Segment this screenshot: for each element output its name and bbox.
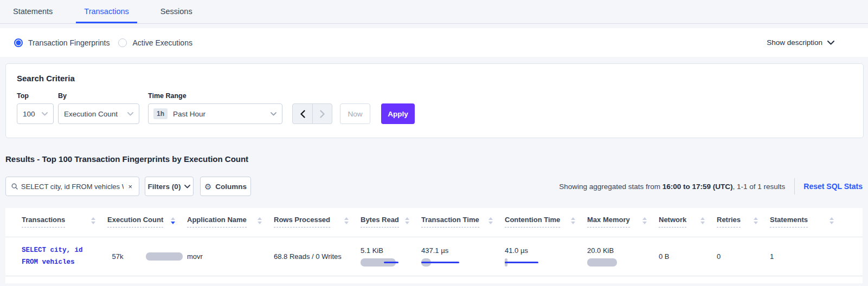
- sort-carets-icon[interactable]: [258, 217, 262, 224]
- transactions-table: Transactions Execution Count Application…: [5, 208, 863, 283]
- show-description-toggle[interactable]: Show description: [767, 38, 834, 47]
- search-criteria-title: Search Criteria: [17, 74, 852, 83]
- radio-transaction-fingerprints[interactable]: Transaction Fingerprints: [14, 38, 110, 47]
- clear-search-icon[interactable]: ×: [127, 183, 133, 191]
- now-button[interactable]: Now: [340, 103, 370, 124]
- column-header-max-memory[interactable]: Max Memory: [587, 216, 659, 227]
- radio-active-executions[interactable]: Active Executions: [118, 38, 192, 47]
- sort-carets-icon[interactable]: [642, 217, 647, 224]
- chevron-down-icon: [127, 112, 133, 116]
- gear-icon: ⚙: [204, 183, 211, 191]
- table-header-row: Transactions Execution Count Application…: [5, 208, 863, 237]
- page-tabs: Statements Transactions Sessions: [0, 0, 868, 24]
- cell-statements: 1: [770, 252, 846, 261]
- by-label: By: [58, 92, 148, 100]
- column-header-transaction-time[interactable]: Transaction Time: [421, 216, 505, 227]
- by-select[interactable]: Execution Count: [58, 103, 139, 124]
- chevron-down-icon: [42, 112, 48, 116]
- top-select[interactable]: 100: [17, 103, 54, 124]
- filters-button[interactable]: Filters (0): [145, 177, 194, 196]
- cell-rows-processed: 68.8 Reads / 0 Writes: [274, 252, 361, 261]
- columns-label: Columns: [215, 183, 247, 191]
- sort-carets-icon[interactable]: [344, 217, 349, 224]
- cell-transaction-time: 437.1 µs: [421, 246, 505, 266]
- time-prev-button[interactable]: [293, 104, 312, 123]
- column-header-transactions[interactable]: Transactions: [22, 216, 107, 227]
- search-icon: [11, 183, 18, 190]
- reset-sql-stats-link[interactable]: Reset SQL Stats: [803, 182, 863, 191]
- aggregated-stats-text: Showing aggregated stats from 16:00 to 1…: [559, 183, 785, 191]
- column-header-execution-count[interactable]: Execution Count: [107, 216, 187, 227]
- radio-label: Transaction Fingerprints: [28, 38, 110, 47]
- time-nav-group: [292, 103, 332, 124]
- column-header-contention-time[interactable]: Contention Time: [505, 216, 587, 227]
- time-range-select[interactable]: 1h Past Hour: [148, 103, 282, 124]
- stats-area: Showing aggregated stats from 16:00 to 1…: [559, 178, 863, 194]
- sort-carets-icon[interactable]: [571, 217, 575, 224]
- transaction-fingerprint-link[interactable]: FROM vehicles: [22, 257, 107, 268]
- tab-statements[interactable]: Statements: [5, 1, 61, 23]
- chevron-right-icon: [320, 110, 325, 118]
- sort-carets-icon[interactable]: [171, 217, 175, 224]
- by-select-value: Execution Count: [64, 110, 118, 118]
- radio-selected-icon: [14, 38, 23, 47]
- time-range-label: Time Range: [148, 92, 282, 100]
- transaction-time-stddev-line: [421, 262, 459, 263]
- chevron-down-icon: [184, 185, 190, 188]
- chevron-down-icon: [271, 112, 277, 116]
- time-next-button[interactable]: [312, 104, 332, 123]
- radio-label: Active Executions: [132, 38, 192, 47]
- cell-transactions: SELECT city, id FROM vehicles: [22, 245, 107, 268]
- execution-count-bar: [146, 252, 183, 261]
- cell-max-memory: 20.0 KiB: [587, 246, 659, 266]
- contention-time-stddev-line: [505, 262, 538, 263]
- tab-transactions[interactable]: Transactions: [76, 1, 137, 23]
- filters-label: Filters (0): [148, 183, 181, 191]
- max-memory-bar: [587, 258, 617, 266]
- column-header-statements[interactable]: Statements: [770, 216, 846, 227]
- column-header-network[interactable]: Network: [659, 216, 717, 227]
- cell-retries: 0: [717, 252, 770, 261]
- apply-button[interactable]: Apply: [381, 103, 415, 124]
- view-toggle-row: Transaction Fingerprints Active Executio…: [0, 28, 868, 57]
- sort-carets-icon[interactable]: [91, 217, 95, 224]
- results-toolbar: × Filters (0) ⚙ Columns Showing aggregat…: [5, 177, 863, 196]
- cell-bytes-read: 5.1 KiB: [361, 246, 421, 266]
- column-header-retries[interactable]: Retries: [717, 216, 770, 227]
- sort-carets-icon[interactable]: [488, 217, 493, 224]
- sort-carets-icon[interactable]: [700, 217, 705, 224]
- column-header-rows-processed[interactable]: Rows Processed: [274, 216, 361, 227]
- show-description-label: Show description: [767, 38, 822, 47]
- top-field: Top 100: [17, 92, 58, 124]
- tab-sessions[interactable]: Sessions: [152, 1, 201, 23]
- top-select-value: 100: [23, 110, 35, 118]
- table-row: SELECT city, id FROM vehicles 57k movr 6…: [5, 237, 863, 276]
- radio-unselected-icon: [118, 38, 127, 47]
- results-heading: Results - Top 100 Transaction Fingerprin…: [5, 154, 868, 164]
- sort-carets-icon[interactable]: [830, 217, 834, 224]
- search-input[interactable]: [21, 183, 124, 191]
- cell-application-name: movr: [187, 252, 274, 261]
- time-range-field: Time Range 1h Past Hour: [148, 92, 282, 124]
- top-label: Top: [17, 92, 58, 100]
- cell-network: 0 B: [659, 252, 717, 261]
- transaction-fingerprint-link[interactable]: SELECT city, id: [22, 245, 107, 256]
- column-header-application-name[interactable]: Application Name: [187, 216, 274, 227]
- columns-button[interactable]: ⚙ Columns: [200, 177, 251, 196]
- results-search-box[interactable]: ×: [5, 177, 139, 196]
- cell-contention-time: 41.0 µs: [505, 246, 587, 266]
- chevron-left-icon: [300, 110, 305, 118]
- time-range-badge: 1h: [153, 108, 168, 119]
- cell-execution-count: 57k: [107, 252, 187, 261]
- sort-carets-icon[interactable]: [754, 217, 758, 224]
- search-criteria-card: Search Criteria Top 100 By Execution Cou…: [5, 63, 864, 138]
- vertical-divider: [794, 178, 795, 194]
- bytes-read-stddev-line: [384, 262, 398, 263]
- time-range-value: Past Hour: [173, 110, 205, 118]
- by-field: By Execution Count: [58, 92, 148, 124]
- sort-carets-icon[interactable]: [405, 217, 409, 224]
- column-header-bytes-read[interactable]: Bytes Read: [361, 216, 421, 227]
- chevron-down-icon: [827, 41, 834, 45]
